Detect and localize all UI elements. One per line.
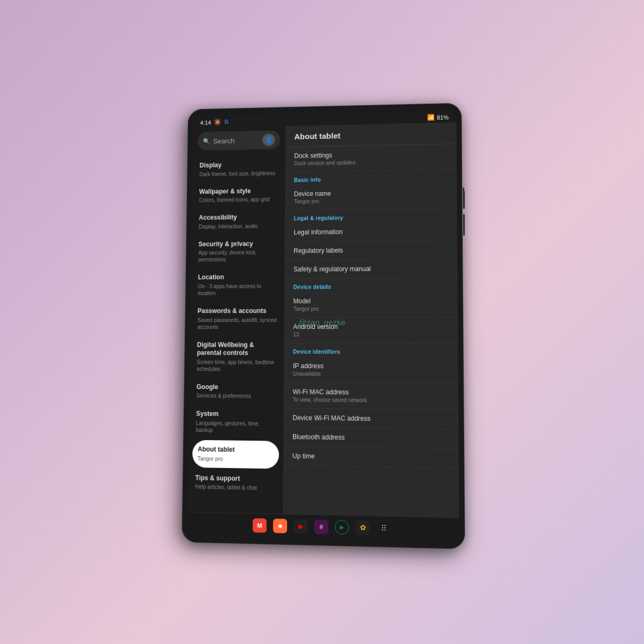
right-item-ip-address[interactable]: IP address Unavailable bbox=[284, 357, 458, 384]
nav-item-wallpaper[interactable]: Wallpaper & style Colors, themed icons, … bbox=[192, 181, 285, 209]
section-label-device-identifiers: Device identifiers bbox=[284, 343, 458, 357]
tablet-screen: 4:14 🔕 G 📶 81% 🔍 Search bbox=[187, 111, 459, 541]
search-input-label: Search bbox=[213, 136, 259, 145]
nav-item-system[interactable]: System Languages, gestures, time, backup bbox=[188, 405, 283, 440]
status-right: 📶 81% bbox=[427, 114, 449, 121]
right-item-wifi-mac[interactable]: Wi-Fi MAC address To view, choose saved … bbox=[284, 383, 458, 410]
volume-down-button[interactable] bbox=[463, 214, 465, 236]
nav-item-tips[interactable]: Tips & support Help articles, tablet & c… bbox=[188, 468, 283, 497]
right-item-device-name[interactable]: Device name Tangor pro bbox=[286, 183, 457, 211]
right-item-bluetooth[interactable]: Bluetooth address bbox=[284, 428, 459, 449]
right-panel-title: About tablet bbox=[294, 131, 340, 141]
taskbar-gmail[interactable]: M bbox=[253, 518, 267, 532]
status-mute-icon: 🔕 bbox=[214, 119, 222, 126]
sidebar: 🔍 Search 👤 Display Dark theme, font size… bbox=[187, 126, 286, 514]
right-item-model[interactable]: Model Tangor pro bbox=[285, 291, 458, 318]
right-panel: About tablet Dock settings Dock version … bbox=[283, 122, 459, 517]
taskbar-arc[interactable]: ◉ bbox=[273, 518, 287, 533]
avatar[interactable]: 👤 bbox=[262, 134, 275, 147]
volume-up-button[interactable] bbox=[463, 187, 464, 209]
right-item-uptime[interactable]: Up time bbox=[284, 447, 459, 469]
right-item-safety-manual[interactable]: Safety & regulatory manual bbox=[285, 259, 457, 279]
status-time: 4:14 bbox=[200, 119, 211, 126]
taskbar-photos[interactable]: ✿ bbox=[356, 520, 370, 535]
tablet-frame: 4:14 🔕 G 📶 81% 🔍 Search bbox=[181, 103, 465, 550]
section-label-legal: Legal & regulatory bbox=[286, 208, 457, 223]
status-left: 4:14 🔕 G bbox=[200, 119, 229, 126]
nav-item-about-tablet[interactable]: About tablet Tangor pro bbox=[192, 440, 279, 469]
search-bar[interactable]: 🔍 Search 👤 bbox=[197, 130, 280, 151]
battery-level: 81% bbox=[437, 114, 449, 120]
nav-item-location[interactable]: Location On · 3 apps have access to loca… bbox=[191, 268, 284, 302]
taskbar-more[interactable]: ⠿ bbox=[377, 521, 391, 536]
wifi-icon: 📶 bbox=[427, 114, 435, 121]
right-panel-header: About tablet bbox=[286, 122, 457, 147]
tablet-device: 4:14 🔕 G 📶 81% 🔍 Search bbox=[181, 103, 465, 550]
right-item-legal-info[interactable]: Legal information bbox=[285, 222, 457, 242]
right-item-dock-settings[interactable]: Dock settings Dock version and updates. bbox=[286, 144, 457, 172]
taskbar-play[interactable]: ▶ bbox=[335, 519, 349, 534]
right-item-regulatory-labels[interactable]: Regulatory labels bbox=[285, 240, 457, 260]
main-content: 🔍 Search 👤 Display Dark theme, font size… bbox=[187, 122, 459, 517]
status-google-icon: G bbox=[224, 119, 229, 125]
right-item-android-version[interactable]: Android version 13 bbox=[284, 318, 458, 344]
taskbar: M ◉ ▶ # ▶ ✿ ⠿ bbox=[187, 512, 459, 541]
nav-item-display[interactable]: Display Dark theme, font size, brightnes… bbox=[192, 155, 286, 183]
section-label-device-details: Device details bbox=[285, 278, 458, 292]
search-icon: 🔍 bbox=[203, 138, 210, 145]
avatar-icon: 👤 bbox=[265, 136, 273, 144]
taskbar-youtube[interactable]: ▶ bbox=[294, 519, 308, 533]
nav-item-digital-wellbeing[interactable]: Digital Wellbeing & parental controls Sc… bbox=[189, 335, 284, 378]
right-item-device-wifi-mac[interactable]: Device Wi-Fi MAC address bbox=[284, 408, 458, 429]
nav-item-google[interactable]: Google Services & preferences bbox=[189, 378, 284, 406]
nav-item-passwords[interactable]: Passwords & accounts Saved passwords, au… bbox=[190, 302, 284, 335]
nav-item-accessibility[interactable]: Accessibility Display, interaction, audi… bbox=[192, 208, 285, 235]
nav-item-security[interactable]: Security & privacy App security, device … bbox=[191, 235, 285, 269]
taskbar-slack[interactable]: # bbox=[314, 519, 328, 534]
